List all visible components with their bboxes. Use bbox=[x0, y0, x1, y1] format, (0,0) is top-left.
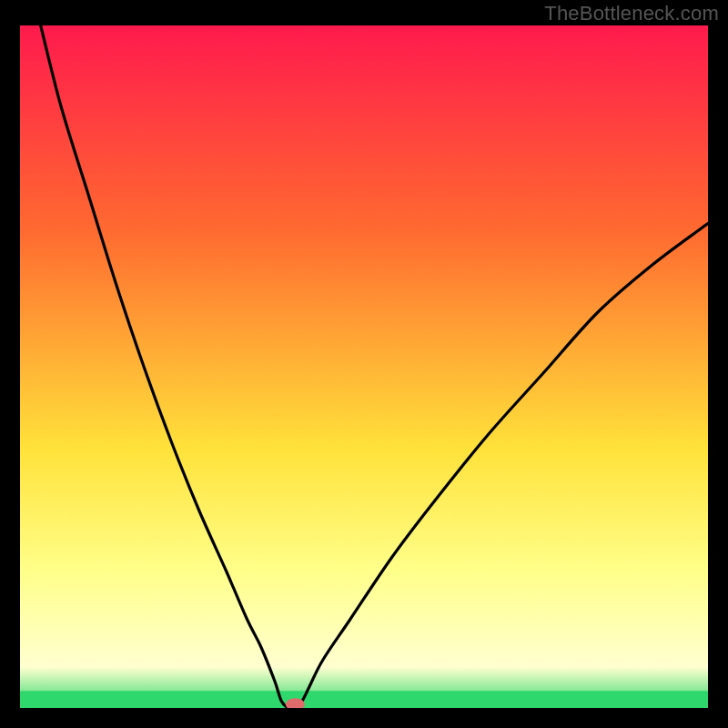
chart-background bbox=[20, 25, 708, 708]
chart-plot bbox=[20, 25, 708, 708]
chart-frame: TheBottleneck.com bbox=[0, 0, 728, 728]
chart-svg bbox=[20, 25, 708, 708]
watermark-text: TheBottleneck.com bbox=[544, 2, 719, 25]
green-band bbox=[20, 691, 708, 708]
